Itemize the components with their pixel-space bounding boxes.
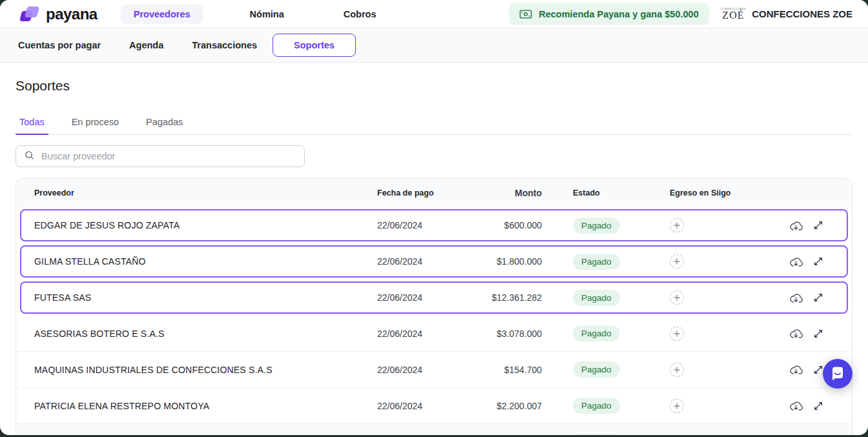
payana-logo-text: payana (46, 5, 98, 23)
account-name: CONFECCIONES ZOE (752, 8, 852, 19)
row-monto: $2.200.007 (477, 401, 542, 411)
payana-logo[interactable]: payana (21, 5, 98, 23)
referral-label: Recomienda Payana y gana $50.000 (539, 9, 698, 19)
status-badge: Pagado (573, 398, 620, 414)
account-switcher[interactable]: CONFECCIONES ZOÉ CONFECCIONES ZOE (721, 8, 852, 21)
row-monto: $600.000 (477, 220, 542, 230)
status-badge: Pagado (573, 325, 620, 341)
app-window: payana Proveedores Nómina Cobros Recomie… (0, 0, 868, 435)
row-monto: $154.700 (477, 365, 542, 375)
status-badge: Pagado (573, 361, 620, 378)
payana-logo-icon (21, 5, 40, 23)
page-title: Soportes (16, 78, 852, 94)
search-icon (25, 150, 34, 163)
add-to-siigo-icon[interactable] (670, 363, 684, 377)
table-row[interactable]: PATRICIA ELENA RESTREPO MONTOYA 22/06/20… (16, 388, 852, 424)
table-row[interactable]: FUTESA SAS 22/06/2024 $12.361.282 Pagado (20, 281, 848, 314)
download-icon[interactable] (789, 400, 803, 412)
search-box[interactable] (16, 145, 305, 167)
tab-todas[interactable]: Todas (16, 113, 48, 135)
status-badge: Pagado (573, 290, 620, 306)
status-badge: Pagado (573, 218, 620, 234)
col-estado: Estado (542, 188, 655, 198)
top-bar: payana Proveedores Nómina Cobros Recomie… (0, 0, 868, 28)
referral-button[interactable]: Recomienda Payana y gana $50.000 (509, 3, 708, 25)
row-fecha-de-pago: 22/06/2024 (377, 292, 477, 303)
subnav-cuentas-por-pagar[interactable]: Cuentas por pagar (18, 40, 101, 50)
expand-icon[interactable] (813, 220, 823, 230)
expand-icon[interactable] (813, 329, 823, 339)
status-badge: Pagado (573, 254, 620, 270)
row-fecha-de-pago: 22/06/2024 (377, 220, 477, 230)
table-row[interactable]: LABORA VITAL IPS S.A.S 22/06/2024 $32.10… (16, 424, 852, 435)
download-icon[interactable] (789, 256, 803, 268)
row-fecha-de-pago: 22/06/2024 (377, 365, 477, 375)
search-input[interactable] (40, 150, 296, 162)
table-row[interactable]: ASESORIAS BOTERO E S.A.S 22/06/2024 $3.0… (16, 316, 852, 352)
add-to-siigo-icon[interactable] (670, 254, 684, 269)
expand-icon[interactable] (813, 401, 823, 411)
section-nav: Cuentas por pagar Agenda Transacciones S… (0, 28, 868, 63)
add-to-siigo-icon[interactable] (670, 435, 684, 436)
row-monto: $12.361.282 (477, 292, 542, 303)
subnav-agenda[interactable]: Agenda (129, 40, 163, 50)
expand-icon[interactable] (813, 256, 823, 267)
supports-table: Proveedor Fecha de pago Monto Estado Egr… (16, 178, 852, 435)
row-proveedor: ASESORIAS BOTERO E S.A.S (34, 329, 377, 339)
row-proveedor: PATRICIA ELENA RESTREPO MONTOYA (34, 401, 377, 411)
row-proveedor: MAQUINAS INDUSTRIALES DE CONFECCIONES S.… (34, 365, 377, 375)
add-to-siigo-icon[interactable] (670, 399, 684, 413)
row-proveedor: FUTESA SAS (34, 292, 377, 303)
main-nav: Proveedores Nómina Cobros (121, 5, 389, 24)
col-fecha-de-pago: Fecha de pago (377, 188, 477, 198)
subnav-transacciones[interactable]: Transacciones (192, 40, 257, 50)
expand-icon[interactable] (813, 365, 823, 375)
add-to-siigo-icon[interactable] (670, 327, 684, 341)
expand-icon[interactable] (813, 292, 823, 303)
main-content: Soportes Todas En proceso Pagadas Provee… (0, 78, 868, 435)
download-icon[interactable] (789, 292, 803, 304)
filter-tabs: Todas En proceso Pagadas (16, 113, 852, 135)
table-body: EDGAR DE JESUS ROJO ZAPATA 22/06/2024 $6… (16, 207, 852, 435)
col-proveedor: Proveedor (34, 188, 377, 198)
row-monto: $1.800.000 (477, 256, 542, 267)
banknote-icon (519, 9, 532, 19)
top-bar-right: Recomienda Payana y gana $50.000 CONFECC… (509, 3, 852, 25)
download-icon[interactable] (789, 327, 803, 340)
nav-item-proveedores[interactable]: Proveedores (121, 5, 203, 24)
tab-pagadas[interactable]: Pagadas (142, 113, 187, 134)
nav-item-cobros[interactable]: Cobros (331, 5, 389, 24)
row-proveedor: EDGAR DE JESUS ROJO ZAPATA (34, 220, 377, 230)
row-monto: $3.078.000 (477, 329, 542, 339)
table-row[interactable]: MAQUINAS INDUSTRIALES DE CONFECCIONES S.… (16, 352, 852, 388)
chat-launcher-button[interactable] (823, 359, 852, 389)
download-icon[interactable] (789, 363, 803, 376)
add-to-siigo-icon[interactable] (670, 290, 684, 305)
row-proveedor: GILMA STELLA CASTAÑO (34, 256, 377, 267)
col-monto: Monto (477, 188, 542, 198)
tab-en-proceso[interactable]: En proceso (68, 113, 123, 134)
nav-item-nomina[interactable]: Nómina (237, 5, 297, 24)
download-icon[interactable] (789, 219, 803, 232)
row-fecha-de-pago: 22/06/2024 (377, 401, 477, 411)
table-row[interactable]: EDGAR DE JESUS ROJO ZAPATA 22/06/2024 $6… (20, 209, 848, 241)
add-to-siigo-icon[interactable] (670, 218, 684, 232)
status-badge: Pagado (573, 434, 620, 435)
table-row[interactable]: GILMA STELLA CASTAÑO 22/06/2024 $1.800.0… (20, 245, 848, 278)
table-header: Proveedor Fecha de pago Monto Estado Egr… (16, 179, 852, 207)
col-egreso-en-siigo: Egreso en Siigo (655, 188, 778, 198)
subnav-soportes[interactable]: Soportes (273, 34, 356, 57)
row-fecha-de-pago: 22/06/2024 (377, 329, 477, 339)
company-logo: CONFECCIONES ZOÉ (721, 8, 746, 21)
row-fecha-de-pago: 22/06/2024 (377, 256, 477, 267)
